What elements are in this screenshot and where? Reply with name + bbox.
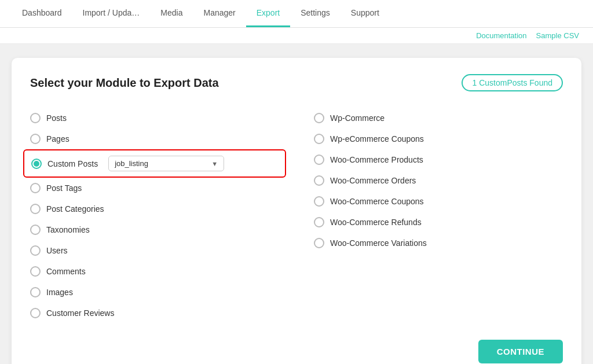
tab-manager[interactable]: Manager [193,0,246,27]
option-comments[interactable]: Comments [30,261,279,282]
sample-csv-link[interactable]: Sample CSV [536,31,579,40]
option-wp-ecommerce-coupons[interactable]: Wp-eCommerce Coupons [314,128,563,149]
option-post-categories[interactable]: Post Categories [30,198,279,219]
export-card: Select your Module to Export Data 1 Cust… [12,58,581,364]
nav-tabs: Dashboard Import / Upda… Media Manager E… [12,0,390,27]
label-wp-commerce: Wp-Commerce [330,113,385,123]
tab-export[interactable]: Export [246,0,290,27]
option-pages[interactable]: Pages [30,128,279,149]
radio-posts[interactable] [30,113,41,123]
chevron-down-icon: ▼ [211,160,218,167]
label-wp-ecommerce-coupons: Wp-eCommerce Coupons [330,134,424,144]
radio-woo-products[interactable] [314,155,324,165]
radio-woo-variations[interactable] [314,238,324,248]
label-woo-coupons: Woo-Commerce Coupons [330,197,424,206]
label-post-categories: Post Categories [46,204,104,214]
radio-woo-refunds[interactable] [314,217,324,227]
radio-wp-ecommerce-coupons[interactable] [314,134,324,144]
tab-import-update[interactable]: Import / Upda… [72,0,151,27]
radio-pages[interactable] [30,134,41,144]
option-post-tags[interactable]: Post Tags [30,178,279,198]
radio-woo-coupons[interactable] [314,196,324,207]
tab-dashboard[interactable]: Dashboard [12,0,72,27]
radio-comments[interactable] [30,266,41,277]
continue-button[interactable]: CONTINUE [478,340,563,363]
option-images[interactable]: Images [30,282,279,303]
radio-customer-reviews[interactable] [30,308,41,318]
label-post-tags: Post Tags [46,183,82,193]
found-badge: 1 CustomPosts Found [462,74,563,91]
radio-wp-commerce[interactable] [314,113,324,123]
tab-support[interactable]: Support [341,0,390,27]
radio-users[interactable] [30,245,41,256]
option-customer-reviews[interactable]: Customer Reviews [30,303,279,323]
sub-nav: Documentation Sample CSV [0,28,593,44]
label-taxonomies: Taxonomies [46,225,90,234]
radio-post-categories[interactable] [30,204,41,214]
right-column: Wp-Commerce Wp-eCommerce Coupons Woo-Com… [291,108,563,323]
documentation-link[interactable]: Documentation [476,31,526,40]
tab-settings[interactable]: Settings [290,0,341,27]
option-users[interactable]: Users [30,240,279,261]
option-custom-posts[interactable]: Custom Posts job_listing ▼ [23,149,286,178]
label-pages: Pages [46,134,69,144]
option-wp-commerce[interactable]: Wp-Commerce [314,108,563,128]
main-content: Select your Module to Export Data 1 Cust… [0,44,593,364]
label-comments: Comments [46,267,86,276]
label-woo-orders: Woo-Commerce Orders [330,176,416,185]
label-posts: Posts [46,113,67,123]
top-nav: Dashboard Import / Upda… Media Manager E… [0,0,593,28]
card-title: Select your Module to Export Data [30,76,219,90]
option-posts[interactable]: Posts [30,108,279,128]
radio-post-tags[interactable] [30,183,41,193]
label-users: Users [46,246,68,255]
radio-custom-posts[interactable] [31,159,42,169]
radio-woo-orders[interactable] [314,175,324,186]
card-header: Select your Module to Export Data 1 Cust… [30,74,563,91]
option-woo-orders[interactable]: Woo-Commerce Orders [314,170,563,191]
custom-posts-dropdown[interactable]: job_listing ▼ [108,156,224,171]
option-woo-coupons[interactable]: Woo-Commerce Coupons [314,191,563,212]
options-columns: Posts Pages Custom Posts job_listing ▼ [30,108,563,323]
radio-images[interactable] [30,287,41,297]
label-images: Images [46,288,73,297]
label-woo-products: Woo-Commerce Products [330,155,423,164]
radio-taxonomies[interactable] [30,225,41,235]
label-custom-posts: Custom Posts [47,159,98,168]
label-woo-variations: Woo-Commerce Variations [330,238,427,248]
option-taxonomies[interactable]: Taxonomies [30,219,279,240]
option-woo-products[interactable]: Woo-Commerce Products [314,149,563,170]
option-woo-refunds[interactable]: Woo-Commerce Refunds [314,212,563,233]
label-woo-refunds: Woo-Commerce Refunds [330,218,422,227]
option-woo-variations[interactable]: Woo-Commerce Variations [314,233,563,253]
label-customer-reviews: Customer Reviews [46,308,114,318]
tab-media[interactable]: Media [150,0,193,27]
footer-row: CONTINUE [30,340,563,363]
left-column: Posts Pages Custom Posts job_listing ▼ [30,108,291,323]
dropdown-value: job_listing [115,159,148,168]
